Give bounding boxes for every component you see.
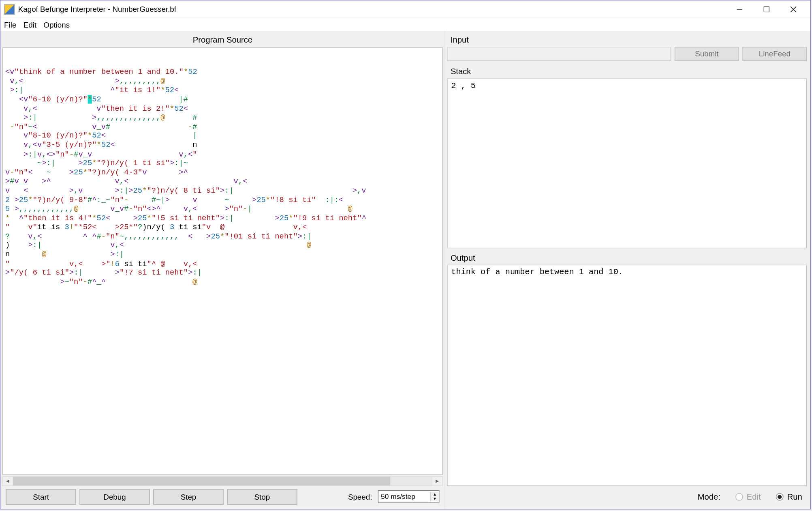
scroll-thumb[interactable] bbox=[13, 477, 391, 485]
start-button[interactable]: Start bbox=[6, 489, 76, 505]
spin-down[interactable]: ▼ bbox=[431, 497, 439, 502]
maximize-button[interactable] bbox=[753, 1, 780, 17]
maximize-icon bbox=[763, 6, 769, 12]
menu-options[interactable]: Options bbox=[43, 20, 70, 29]
menu-edit[interactable]: Edit bbox=[24, 20, 36, 29]
radio-dot-icon bbox=[778, 494, 782, 498]
app-window: Kagof Befunge Interpreter - NumberGuesse… bbox=[0, 0, 811, 509]
source-code: <v"think of a number between 1 and 10."*… bbox=[5, 67, 440, 286]
mode-edit-radio[interactable]: Edit bbox=[735, 492, 761, 501]
radio-icon bbox=[735, 493, 743, 500]
stack-title: Stack bbox=[447, 64, 807, 79]
app-icon bbox=[4, 4, 15, 14]
linefeed-button[interactable]: LineFeed bbox=[742, 47, 807, 61]
horizontal-scrollbar[interactable]: ◂ ▸ bbox=[2, 476, 443, 486]
close-icon bbox=[791, 6, 796, 12]
scroll-right-arrow[interactable]: ▸ bbox=[432, 477, 442, 485]
window-title: Kagof Befunge Interpreter - NumberGuesse… bbox=[18, 5, 726, 14]
menu-file[interactable]: File bbox=[4, 20, 16, 29]
scroll-left-arrow[interactable]: ◂ bbox=[3, 477, 13, 485]
program-source-view[interactable]: <v"think of a number between 1 and 10."*… bbox=[2, 47, 443, 475]
input-title: Input bbox=[447, 33, 807, 47]
mode-bar: Mode: Edit Run bbox=[447, 486, 807, 507]
minimize-icon bbox=[737, 6, 742, 12]
client-area: Program Source <v"think of a number betw… bbox=[0, 31, 810, 509]
speed-input[interactable] bbox=[378, 492, 430, 502]
left-pane: Program Source <v"think of a number betw… bbox=[0, 31, 445, 509]
stop-button[interactable]: Stop bbox=[227, 489, 297, 505]
minimize-button[interactable] bbox=[726, 1, 753, 17]
speed-spinner[interactable]: ▲ ▼ bbox=[378, 490, 440, 503]
right-pane: Input Submit LineFeed Stack 2 , 5 Output… bbox=[445, 31, 810, 509]
titlebar: Kagof Befunge Interpreter - NumberGuesse… bbox=[0, 0, 810, 18]
output-title: Output bbox=[447, 251, 807, 265]
program-source-title: Program Source bbox=[2, 33, 443, 47]
input-field[interactable] bbox=[447, 47, 671, 61]
submit-button[interactable]: Submit bbox=[675, 47, 739, 61]
output-view[interactable]: think of a number between 1 and 10. bbox=[447, 265, 807, 486]
window-controls bbox=[726, 1, 807, 17]
mode-label: Mode: bbox=[698, 492, 720, 501]
step-button[interactable]: Step bbox=[153, 489, 223, 505]
speed-label: Speed: bbox=[348, 492, 372, 501]
mode-run-radio[interactable]: Run bbox=[776, 492, 802, 501]
speed-spin-buttons: ▲ ▼ bbox=[430, 492, 439, 501]
control-bar: Start Debug Step Stop Speed: ▲ ▼ bbox=[2, 486, 443, 507]
close-button[interactable] bbox=[780, 1, 807, 17]
svg-rect-1 bbox=[764, 6, 769, 12]
input-row: Submit LineFeed bbox=[447, 47, 807, 61]
radio-icon bbox=[776, 493, 784, 500]
mode-edit-label: Edit bbox=[747, 492, 761, 501]
mode-run-label: Run bbox=[787, 492, 802, 501]
debug-button[interactable]: Debug bbox=[79, 489, 150, 505]
scroll-track[interactable] bbox=[13, 477, 432, 485]
spin-up[interactable]: ▲ bbox=[431, 492, 439, 497]
menubar: File Edit Options bbox=[0, 18, 810, 31]
stack-view[interactable]: 2 , 5 bbox=[447, 78, 807, 248]
